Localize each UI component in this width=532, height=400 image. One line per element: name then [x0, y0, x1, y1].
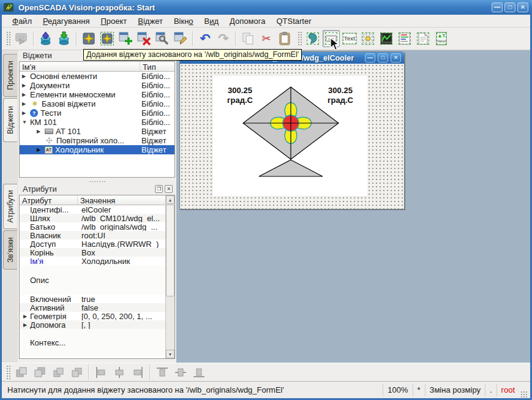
tree-row[interactable]: Повітряний холо... Віджет	[20, 136, 174, 145]
tab-links[interactable]: Зв'язки	[3, 230, 17, 270]
menu-item[interactable]: Допомога	[224, 15, 271, 27]
attribute-row[interactable]: Батько /wlb_originals/wdg_...	[20, 222, 165, 231]
align-top-button[interactable]	[154, 364, 171, 380]
align-bottom-button[interactable]	[190, 364, 208, 380]
attribute-row[interactable]: Власник root:UI	[20, 231, 165, 240]
attribute-row[interactable]: Опис	[20, 265, 165, 295]
text-button[interactable]: Text	[341, 30, 358, 47]
status-mode[interactable]: Зміна розміру	[425, 384, 485, 396]
expand-arrow-icon[interactable]	[37, 129, 45, 134]
redo-button[interactable]: ↷	[215, 30, 232, 47]
align-left-button[interactable]	[92, 364, 110, 380]
function-values-button[interactable]: ▲TValue	[433, 30, 450, 47]
scroll-down-icon[interactable]: ▼	[166, 350, 174, 358]
menu-item[interactable]: QTStarter	[271, 15, 317, 27]
library-new-button[interactable]	[80, 30, 97, 47]
widget-add-button[interactable]	[117, 30, 134, 47]
send-to-back-button[interactable]	[31, 364, 48, 380]
attr-col-name[interactable]: Атрибут	[20, 195, 78, 205]
attribute-row[interactable]: Доступ Наслідув.(RWRWR_)	[20, 240, 165, 248]
expand-arrow-icon[interactable]	[23, 314, 30, 319]
menu-item[interactable]: Файл	[7, 15, 37, 27]
scrollbar-thumb[interactable]	[166, 205, 174, 296]
titlebar[interactable]: OpenSCADA Vision-розробка: Start — □ ✕	[0, 0, 532, 15]
tab-projects[interactable]: Проекти	[3, 54, 17, 97]
dock-splitter[interactable]	[19, 179, 175, 183]
attribute-row[interactable]: Допомога [, ]	[20, 320, 165, 329]
expand-arrow-icon[interactable]	[22, 92, 30, 97]
lower-widget-button[interactable]	[68, 364, 85, 380]
tree-row[interactable]: Основні елементи Бібліо...	[20, 72, 174, 81]
widget-properties-button[interactable]	[154, 30, 171, 47]
raise-widget-button[interactable]	[50, 364, 67, 380]
close-button[interactable]: ✕	[517, 2, 528, 12]
mdi-maximize-button[interactable]: □	[378, 53, 388, 62]
scroll-up-icon[interactable]: ▲	[166, 195, 174, 204]
widget-canvas[interactable]: 300.25 град.С 300.25 град.С	[213, 76, 367, 196]
align-vcenter-button[interactable]	[172, 364, 189, 380]
expand-arrow-icon[interactable]	[22, 110, 30, 116]
mdi-minimize-button[interactable]: —	[365, 53, 375, 62]
protocol-button[interactable]	[396, 30, 413, 47]
diagram-button[interactable]	[378, 30, 395, 47]
close-panel-button[interactable]: ✕	[165, 185, 173, 193]
widget-editor-window[interactable]: /wlb_CM101/wdg_elCooler — □ ✕	[179, 51, 405, 209]
undo-button[interactable]: ↶	[197, 30, 214, 47]
elfigure-button[interactable]	[304, 30, 321, 47]
menu-item[interactable]: Проект	[95, 15, 132, 27]
expand-arrow-icon[interactable]	[37, 147, 45, 153]
tree-row[interactable]: Елементи мнемосхеми Бібліо...	[20, 90, 174, 99]
tree-row[interactable]: АТ 101 Віджет	[20, 127, 174, 136]
document-button[interactable]	[414, 30, 432, 47]
cut-button[interactable]: ✂	[258, 30, 275, 47]
tree-col-name[interactable]: Ім'я	[20, 62, 140, 71]
save-db-button[interactable]	[56, 30, 73, 47]
copy-button[interactable]	[239, 30, 257, 47]
menu-item[interactable]: Редагування	[37, 15, 96, 27]
expand-arrow-icon[interactable]	[22, 83, 30, 88]
tree-row[interactable]: КМ 101 Бібліо...	[20, 118, 174, 127]
mdi-close-button[interactable]: ✕	[391, 53, 401, 62]
status-zoom[interactable]: 100%	[383, 384, 412, 396]
tab-attributes[interactable]: Атрибути	[3, 184, 17, 229]
tree-row[interactable]: Холодильник Віджет	[20, 145, 174, 154]
attribute-row[interactable]: Контекс...	[20, 329, 165, 356]
widget-edit-area[interactable]: 300.25 град.С 300.25 град.С	[180, 64, 404, 209]
status-user[interactable]: root	[496, 384, 519, 396]
attribute-row[interactable]: Ім'я Холодильник	[20, 257, 165, 265]
tree-row[interactable]: Документи Бібліо...	[20, 81, 174, 90]
attributes-panel-header[interactable]: Атрибути ❐ ✕	[19, 184, 175, 194]
tab-widgets[interactable]: Віджети	[3, 98, 17, 142]
resize-grip[interactable]	[520, 391, 528, 398]
menu-item[interactable]: Вид	[199, 15, 225, 27]
menu-item[interactable]: Вікно	[168, 15, 199, 27]
expand-arrow-icon[interactable]	[23, 322, 30, 328]
tree-col-type[interactable]: Тип	[140, 62, 174, 71]
attribute-row[interactable]: Геометрія [0, 0, 250, 200, 1, ...	[20, 312, 165, 320]
attribute-row[interactable]: Шлях /wlb_CM101/wdg_el...	[20, 214, 165, 222]
load-db-button[interactable]	[37, 30, 54, 47]
run-project-button[interactable]	[13, 30, 30, 47]
toolbar-grip[interactable]	[298, 31, 302, 46]
bring-to-front-button[interactable]	[13, 364, 30, 380]
maximize-button[interactable]: □	[504, 2, 515, 12]
align-hcenter-button[interactable]	[111, 364, 128, 380]
attr-col-value[interactable]: Значення	[78, 195, 165, 205]
paste-button[interactable]	[276, 30, 293, 47]
attributes-scrollbar[interactable]: ▲ ▼	[165, 195, 174, 358]
tree-row[interactable]: Тести Бібліо...	[20, 108, 174, 118]
minimize-button[interactable]: —	[492, 2, 503, 12]
attribute-row[interactable]: Ідентифі... elCooler	[20, 205, 165, 214]
attribute-row[interactable]: Корінь Box	[20, 248, 165, 257]
float-panel-button[interactable]: ❐	[155, 185, 163, 193]
expand-arrow-icon[interactable]	[22, 101, 30, 107]
toolbar-grip[interactable]	[6, 31, 10, 46]
attribute-row[interactable]: Включений true	[20, 295, 165, 303]
toolbar-grip[interactable]	[6, 365, 10, 380]
attribute-row[interactable]: Активний false	[20, 303, 165, 312]
menu-item[interactable]: Віджет	[132, 15, 168, 27]
tree-row[interactable]: Базові віджети Бібліо...	[20, 99, 174, 108]
expand-arrow-icon[interactable]	[22, 74, 30, 79]
media-button[interactable]	[359, 30, 377, 47]
library-add-button[interactable]	[99, 30, 116, 47]
